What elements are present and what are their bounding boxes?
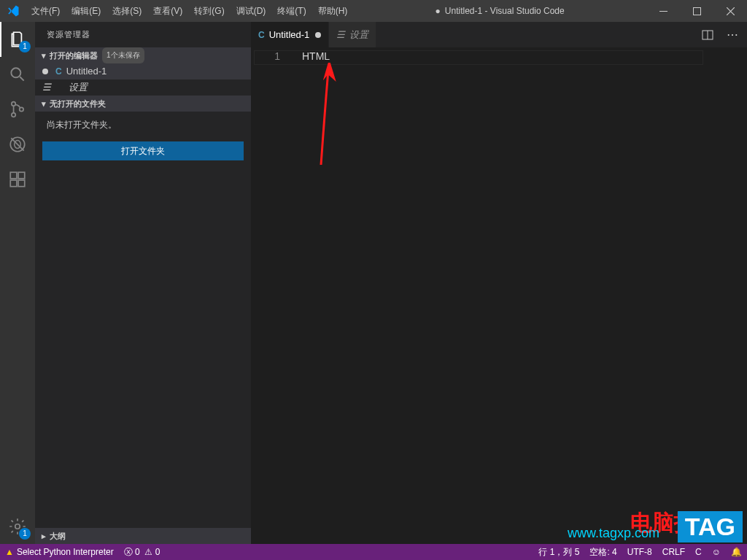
svg-rect-8 xyxy=(10,172,17,179)
close-button[interactable] xyxy=(713,0,747,22)
status-eol[interactable]: CRLF xyxy=(657,544,690,560)
open-editor-untitled[interactable]: C Untitled-1 xyxy=(35,63,251,79)
menu-file[interactable]: 文件(F) xyxy=(26,0,66,22)
settings-badge: 1 xyxy=(19,528,31,540)
titlebar: 文件(F) 编辑(E) 选择(S) 查看(V) 转到(G) 调试(D) 终端(T… xyxy=(0,0,747,22)
window-controls xyxy=(646,0,747,22)
svg-point-4 xyxy=(12,113,15,117)
statusbar: ▲ Select Python Interpreter ⓧ 0 ⚠ 0 行 1，… xyxy=(0,544,747,560)
chevron-down-icon: ▾ xyxy=(38,96,50,112)
menu-bar: 文件(F) 编辑(E) 选择(S) 查看(V) 转到(G) 调试(D) 终端(T… xyxy=(26,0,353,22)
lang-badge: C xyxy=(55,63,62,79)
svg-point-3 xyxy=(12,102,15,106)
svg-rect-10 xyxy=(18,180,25,187)
activity-bar: 1 1 xyxy=(0,22,35,544)
editor-area: C Untitled-1 ☰ 设置 ⋯ 1 HTML xyxy=(251,22,747,544)
status-bell-icon[interactable]: 🔔 xyxy=(726,544,747,560)
svg-rect-9 xyxy=(10,180,17,187)
more-icon[interactable]: ⋯ xyxy=(722,28,743,42)
activity-extensions[interactable] xyxy=(0,162,35,197)
open-editors-header[interactable]: ▾ 打开的编辑器 1个未保存 xyxy=(35,47,251,63)
status-language[interactable]: C xyxy=(690,544,707,560)
code-text: HTML xyxy=(302,50,330,62)
no-folder-header[interactable]: ▾ 无打开的文件夹 xyxy=(35,96,251,112)
open-editor-label: 设置 xyxy=(69,79,88,96)
open-folder-button[interactable]: 打开文件夹 xyxy=(42,141,244,160)
unsaved-tag: 1个未保存 xyxy=(102,47,144,63)
open-editor-settings[interactable]: ☰ 设置 xyxy=(35,79,251,96)
sidebar: 资源管理器 ▾ 打开的编辑器 1个未保存 C Untitled-1 ☰ 设置 ▾… xyxy=(35,22,251,544)
maximize-button[interactable] xyxy=(680,0,713,22)
tab-label: 设置 xyxy=(349,28,368,42)
status-feedback-icon[interactable]: ☺ xyxy=(707,544,726,560)
gutter: 1 xyxy=(251,47,295,544)
tab-untitled-1[interactable]: C Untitled-1 xyxy=(251,22,329,47)
menu-goto[interactable]: 转到(G) xyxy=(188,0,230,22)
menu-debug[interactable]: 调试(D) xyxy=(231,0,272,22)
gear-icon: ☰ xyxy=(42,79,51,96)
activity-settings[interactable]: 1 xyxy=(0,509,35,544)
tab-label: Untitled-1 xyxy=(269,29,310,40)
outline-header[interactable]: ▸ 大纲 xyxy=(35,528,251,544)
warning-icon: ▲ xyxy=(5,544,14,560)
menu-select[interactable]: 选择(S) xyxy=(107,0,147,22)
chevron-right-icon: ▸ xyxy=(38,528,50,544)
svg-rect-0 xyxy=(659,11,667,12)
warning-icon: ⚠ xyxy=(144,544,152,560)
sidebar-title: 资源管理器 xyxy=(35,22,251,47)
lang-badge: C xyxy=(258,30,265,40)
menu-edit[interactable]: 编辑(E) xyxy=(66,0,107,22)
minimize-button[interactable] xyxy=(646,0,680,22)
window-title: ●Untitled-1 - Visual Studio Code xyxy=(353,6,646,16)
status-ln-col[interactable]: 行 1，列 5 xyxy=(533,544,584,560)
main-area: 1 1 资源管理器 ▾ 打开的编辑器 1个未保存 C Untitled-1 xyxy=(0,22,747,544)
dirty-dot-icon xyxy=(315,32,321,38)
status-encoding[interactable]: UTF-8 xyxy=(622,544,657,560)
explorer-badge: 1 xyxy=(19,41,31,52)
watermark-tag: TAG xyxy=(678,511,743,542)
status-python-warning[interactable]: ▲ Select Python Interpreter xyxy=(0,544,119,560)
split-editor-icon[interactable] xyxy=(702,29,722,41)
svg-point-5 xyxy=(20,107,23,111)
svg-point-2 xyxy=(11,68,20,77)
no-folder-message: 尚未打开文件夹。 xyxy=(35,112,251,139)
code-area[interactable]: HTML xyxy=(295,47,747,544)
watermark-url: www.tagxp.com xyxy=(568,526,659,541)
activity-debug[interactable] xyxy=(0,127,35,162)
status-spaces[interactable]: 空格: 4 xyxy=(584,544,622,560)
activity-search[interactable] xyxy=(0,57,35,92)
activity-explorer[interactable]: 1 xyxy=(0,22,35,57)
menu-help[interactable]: 帮助(H) xyxy=(312,0,354,22)
chevron-down-icon: ▾ xyxy=(38,47,50,63)
status-problems[interactable]: ⓧ 0 ⚠ 0 xyxy=(119,544,166,560)
tab-settings[interactable]: ☰ 设置 xyxy=(329,22,376,47)
svg-rect-1 xyxy=(693,7,700,15)
activity-source-control[interactable] xyxy=(0,92,35,127)
error-icon: ⓧ xyxy=(124,544,133,560)
open-editor-label: Untitled-1 xyxy=(66,63,107,79)
tabs-actions: ⋯ xyxy=(702,22,747,47)
menu-view[interactable]: 查看(V) xyxy=(147,0,188,22)
menu-terminal[interactable]: 终端(T) xyxy=(271,0,311,22)
editor-tabs: C Untitled-1 ☰ 设置 ⋯ xyxy=(251,22,747,47)
vscode-logo-icon xyxy=(0,4,26,18)
gear-icon: ☰ xyxy=(336,29,345,40)
svg-rect-11 xyxy=(18,172,25,179)
svg-point-12 xyxy=(15,524,20,529)
dirty-dot-icon xyxy=(42,69,48,74)
editor-body[interactable]: 1 HTML xyxy=(251,47,747,544)
